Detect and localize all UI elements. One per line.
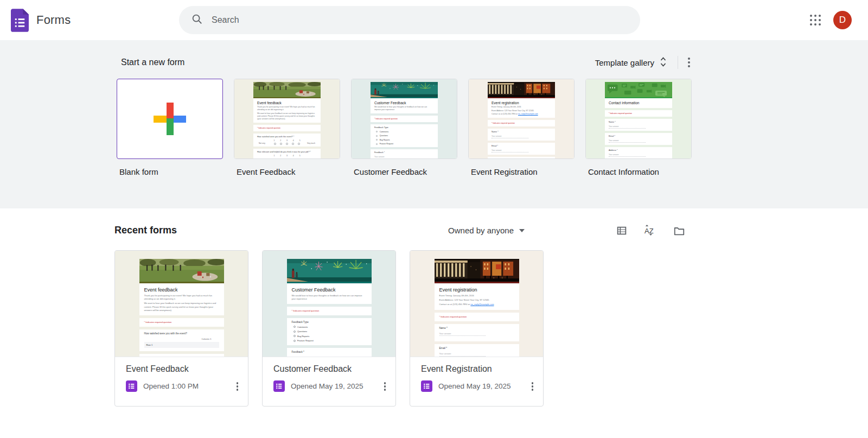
section-menu-icon[interactable] [684, 54, 694, 71]
preview-question: How satisfied were you with the event? * [144, 357, 219, 357]
open-folder-icon[interactable] [673, 225, 685, 237]
new-form-plus-icon [154, 103, 186, 135]
option-label: Feature Request [380, 143, 393, 145]
field-label: Email * [609, 135, 668, 137]
answer-placeholder: Your answer [492, 135, 528, 139]
preview-text: We want to hear your feedback so we can … [144, 302, 219, 312]
account-avatar[interactable]: D [833, 11, 852, 29]
preview-text: Contact us at (123) 456-7890 or no_reply… [492, 113, 551, 116]
preview-title: Event feedback [144, 287, 219, 293]
preview-title: Contact information [609, 101, 668, 105]
template-gallery-button[interactable]: Template gallery [590, 53, 672, 72]
option-label: Bug Reports [297, 335, 309, 338]
customer-feedback-preview: Customer Feedback We would love to hear … [352, 79, 457, 158]
section-title: Start a new form [117, 58, 184, 67]
preview-title: Event registration [492, 101, 551, 105]
contact-email-link: no_reply@example.com [470, 303, 494, 306]
card-menu-icon[interactable] [380, 379, 391, 394]
preview-text: We want to hear your feedback so we can … [257, 112, 317, 120]
recent-card-event-registration[interactable]: Event registration Event Timing: January… [410, 250, 544, 407]
template-label: Blank form [119, 167, 223, 176]
ownership-filter-label: Owned by anyone [448, 226, 514, 235]
template-label: Event Registration [471, 167, 575, 176]
required-note: * Indicates required question [257, 127, 317, 129]
recent-forms-title: Recent forms [114, 225, 177, 236]
opened-timestamp: Opened May 19, 2025 [291, 382, 363, 390]
template-card-event-registration[interactable]: Event registration Event Timing: January… [468, 79, 575, 176]
recent-card-event-feedback[interactable]: Event feedback Thank you for participati… [114, 250, 248, 407]
google-apps-icon[interactable] [809, 14, 821, 26]
preview-text: Thank you for participating in our event… [257, 106, 317, 111]
preview-title: Customer Feedback [292, 287, 367, 293]
required-note: * Indicates required question [439, 315, 514, 318]
event-registration-preview: Event registration Event Timing: January… [410, 251, 543, 357]
dropdown-arrow-icon [519, 229, 525, 232]
preview-question: Feedback Type [292, 321, 367, 323]
forms-file-icon [126, 380, 137, 392]
field-label: Email * [439, 347, 514, 350]
ownership-filter-dropdown[interactable]: Owned by anyone [444, 223, 529, 238]
preview-text: Event Timing: January 4th-6th, 2016 [492, 106, 551, 109]
grid-row-label: Row 1 [144, 342, 219, 348]
product-name: Forms [36, 13, 71, 27]
opened-timestamp: Opened May 19, 2025 [438, 382, 511, 390]
required-note: * Indicates required question [492, 122, 551, 124]
preview-text: Event Address: 123 Your Street Your City… [439, 299, 514, 302]
template-label: Customer Feedback [354, 167, 457, 176]
night-building-banner-image [488, 82, 555, 97]
template-card-contact-information[interactable]: Contact information * Indicates required… [585, 79, 692, 176]
option-label: Questions [380, 135, 388, 137]
option-label: Comments [380, 131, 388, 133]
sort-az-icon[interactable]: AZ [644, 224, 657, 238]
recent-forms-row: Event feedback Thank you for participati… [114, 250, 868, 407]
answer-placeholder: Your answer [492, 149, 528, 153]
forms-home-link[interactable]: Forms [11, 0, 71, 40]
preview-question: How relevant and helpful do you think it… [257, 151, 317, 153]
preview-text: Contact us at (123) 456-7890 or no_reply… [439, 303, 514, 306]
answer-placeholder: Your answer [439, 332, 486, 337]
template-gallery-label: Template gallery [595, 58, 654, 67]
template-card-customer-feedback[interactable]: Customer Feedback We would love to hear … [351, 79, 457, 176]
card-menu-icon[interactable] [527, 379, 538, 394]
list-view-icon[interactable] [616, 225, 628, 237]
customer-feedback-preview: Customer Feedback We would love to hear … [263, 251, 395, 357]
park-banner-image [139, 259, 224, 282]
green-pattern-banner-image [605, 82, 672, 97]
preview-text: Event Timing: January 4th-6th, 2016 [439, 294, 514, 297]
scale-numbers: 1 2 3 4 5 [257, 139, 317, 142]
preview-text: Thank you for participating in our event… [144, 294, 219, 301]
search-icon [191, 13, 203, 27]
template-card-blank-form[interactable]: Blank form [117, 79, 223, 176]
recent-form-title: Event Registration [421, 364, 538, 374]
forms-logo-icon [11, 9, 29, 32]
forms-file-icon [421, 380, 432, 392]
search-bar[interactable] [179, 6, 640, 34]
template-row: Blank form [117, 79, 694, 176]
recent-card-customer-feedback[interactable]: Customer Feedback We would love to hear … [262, 250, 396, 407]
field-label: Email * [492, 145, 551, 147]
event-feedback-preview: Event feedback Thank you for participati… [234, 79, 340, 158]
header-actions: D [809, 0, 852, 40]
svg-text:AZ: AZ [644, 227, 654, 235]
unfold-more-icon [660, 56, 667, 69]
scale-numbers: 1 2 3 4 5 [257, 155, 317, 157]
preview-text: Event Address: 123 Your Street Your City… [492, 110, 551, 112]
preview-question: Feedback Type [374, 126, 434, 129]
start-new-form-section: Start a new form Template gallery [0, 40, 868, 208]
field-label: Address * [609, 149, 668, 151]
field-label: Name * [492, 131, 551, 133]
answer-placeholder: Your answer [439, 352, 486, 357]
recent-form-title: Event Feedback [126, 364, 242, 374]
option-label: Comments [297, 326, 308, 328]
required-note: * Indicates required question [609, 112, 668, 115]
required-note: * Indicates required question [144, 321, 219, 323]
search-input[interactable] [212, 15, 636, 25]
template-card-event-feedback[interactable]: Event feedback Thank you for participati… [234, 79, 340, 176]
preview-question: How satisfied were you with the event? * [257, 136, 317, 138]
preview-text: We would love to hear your thoughts or f… [292, 294, 367, 301]
card-menu-icon[interactable] [232, 379, 243, 394]
contact-email-link: no_reply@example.com [518, 113, 538, 115]
preview-question: Feedback * [292, 351, 367, 353]
template-label: Event Feedback [237, 167, 340, 176]
contact-information-preview: Contact information * Indicates required… [586, 79, 691, 158]
